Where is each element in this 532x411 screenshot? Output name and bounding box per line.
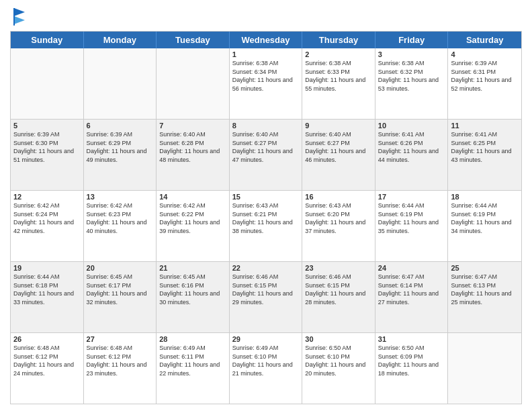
calendar-cell: 30Sunrise: 6:50 AM Sunset: 6:10 PM Dayli… xyxy=(302,333,375,404)
calendar-cell: 18Sunrise: 6:44 AM Sunset: 6:19 PM Dayli… xyxy=(448,191,521,261)
cell-info: Sunrise: 6:43 AM Sunset: 6:21 PM Dayligh… xyxy=(232,201,300,235)
cell-info: Sunrise: 6:42 AM Sunset: 6:23 PM Dayligh… xyxy=(87,201,154,235)
cell-info: Sunrise: 6:44 AM Sunset: 6:19 PM Dayligh… xyxy=(378,201,445,235)
calendar: SundayMondayTuesdayWednesdayThursdayFrid… xyxy=(10,31,522,404)
cell-info: Sunrise: 6:50 AM Sunset: 6:10 PM Dayligh… xyxy=(305,344,372,377)
header xyxy=(10,7,522,26)
day-number: 15 xyxy=(232,193,300,201)
cell-info: Sunrise: 6:38 AM Sunset: 6:34 PM Dayligh… xyxy=(232,59,300,93)
day-number: 8 xyxy=(232,122,300,130)
calendar-cell: 1Sunrise: 6:38 AM Sunset: 6:34 PM Daylig… xyxy=(230,48,303,119)
logo-flag-icon xyxy=(11,7,26,26)
calendar-cell: 22Sunrise: 6:46 AM Sunset: 6:15 PM Dayli… xyxy=(230,262,303,332)
calendar-header-cell: Tuesday xyxy=(157,32,230,48)
day-number: 3 xyxy=(378,50,445,58)
calendar-row: 19Sunrise: 6:44 AM Sunset: 6:18 PM Dayli… xyxy=(11,261,521,332)
cell-info: Sunrise: 6:41 AM Sunset: 6:26 PM Dayligh… xyxy=(378,130,445,164)
cell-info: Sunrise: 6:41 AM Sunset: 6:25 PM Dayligh… xyxy=(451,130,519,164)
day-number: 31 xyxy=(378,335,445,343)
day-number: 22 xyxy=(232,264,300,272)
calendar-cell xyxy=(448,333,521,404)
cell-info: Sunrise: 6:49 AM Sunset: 6:10 PM Dayligh… xyxy=(232,344,300,377)
cell-info: Sunrise: 6:39 AM Sunset: 6:30 PM Dayligh… xyxy=(13,130,81,164)
day-number: 24 xyxy=(378,264,445,272)
calendar-cell: 6Sunrise: 6:39 AM Sunset: 6:29 PM Daylig… xyxy=(84,120,157,190)
day-number: 26 xyxy=(13,335,81,343)
calendar-cell: 5Sunrise: 6:39 AM Sunset: 6:30 PM Daylig… xyxy=(11,120,84,190)
calendar-row: 26Sunrise: 6:48 AM Sunset: 6:12 PM Dayli… xyxy=(11,332,521,404)
calendar-cell: 8Sunrise: 6:40 AM Sunset: 6:27 PM Daylig… xyxy=(230,120,303,190)
calendar-cell: 17Sunrise: 6:44 AM Sunset: 6:19 PM Dayli… xyxy=(375,191,449,261)
cell-info: Sunrise: 6:46 AM Sunset: 6:15 PM Dayligh… xyxy=(232,273,300,306)
cell-info: Sunrise: 6:46 AM Sunset: 6:15 PM Dayligh… xyxy=(305,273,372,306)
calendar-cell: 21Sunrise: 6:45 AM Sunset: 6:16 PM Dayli… xyxy=(157,262,230,332)
day-number: 19 xyxy=(13,264,81,272)
cell-info: Sunrise: 6:47 AM Sunset: 6:14 PM Dayligh… xyxy=(378,273,445,306)
calendar-header-cell: Monday xyxy=(84,32,157,48)
calendar-cell: 29Sunrise: 6:49 AM Sunset: 6:10 PM Dayli… xyxy=(230,333,303,404)
calendar-cell xyxy=(157,48,230,119)
day-number: 30 xyxy=(305,335,372,343)
calendar-cell xyxy=(11,48,84,119)
day-number: 25 xyxy=(451,264,519,272)
cell-info: Sunrise: 6:47 AM Sunset: 6:13 PM Dayligh… xyxy=(451,273,519,306)
calendar-cell: 9Sunrise: 6:40 AM Sunset: 6:27 PM Daylig… xyxy=(302,120,375,190)
calendar-cell: 31Sunrise: 6:50 AM Sunset: 6:09 PM Dayli… xyxy=(375,333,449,404)
day-number: 18 xyxy=(451,193,519,201)
day-number: 5 xyxy=(13,122,81,130)
cell-info: Sunrise: 6:38 AM Sunset: 6:33 PM Dayligh… xyxy=(305,59,372,93)
day-number: 2 xyxy=(305,50,372,58)
calendar-cell: 24Sunrise: 6:47 AM Sunset: 6:14 PM Dayli… xyxy=(375,262,449,332)
cell-info: Sunrise: 6:39 AM Sunset: 6:31 PM Dayligh… xyxy=(451,59,519,93)
cell-info: Sunrise: 6:40 AM Sunset: 6:28 PM Dayligh… xyxy=(159,130,226,164)
calendar-header-cell: Thursday xyxy=(302,32,375,48)
day-number: 27 xyxy=(87,335,154,343)
calendar-cell: 20Sunrise: 6:45 AM Sunset: 6:17 PM Dayli… xyxy=(84,262,157,332)
cell-info: Sunrise: 6:40 AM Sunset: 6:27 PM Dayligh… xyxy=(232,130,300,164)
day-number: 23 xyxy=(305,264,372,272)
cell-info: Sunrise: 6:38 AM Sunset: 6:32 PM Dayligh… xyxy=(378,59,445,93)
cell-info: Sunrise: 6:42 AM Sunset: 6:24 PM Dayligh… xyxy=(13,201,81,235)
day-number: 10 xyxy=(378,122,445,130)
page: SundayMondayTuesdayWednesdayThursdayFrid… xyxy=(0,0,532,411)
day-number: 4 xyxy=(451,50,519,58)
calendar-cell: 4Sunrise: 6:39 AM Sunset: 6:31 PM Daylig… xyxy=(448,48,521,119)
calendar-cell: 27Sunrise: 6:48 AM Sunset: 6:12 PM Dayli… xyxy=(84,333,157,404)
calendar-cell: 11Sunrise: 6:41 AM Sunset: 6:25 PM Dayli… xyxy=(448,120,521,190)
day-number: 12 xyxy=(13,193,81,201)
calendar-cell: 19Sunrise: 6:44 AM Sunset: 6:18 PM Dayli… xyxy=(11,262,84,332)
calendar-cell xyxy=(84,48,157,119)
calendar-row: 12Sunrise: 6:42 AM Sunset: 6:24 PM Dayli… xyxy=(11,190,521,261)
calendar-cell: 28Sunrise: 6:49 AM Sunset: 6:11 PM Dayli… xyxy=(157,333,230,404)
svg-marker-0 xyxy=(14,8,25,16)
calendar-cell: 3Sunrise: 6:38 AM Sunset: 6:32 PM Daylig… xyxy=(375,48,449,119)
calendar-cell: 25Sunrise: 6:47 AM Sunset: 6:13 PM Dayli… xyxy=(448,262,521,332)
cell-info: Sunrise: 6:44 AM Sunset: 6:19 PM Dayligh… xyxy=(451,201,519,235)
cell-info: Sunrise: 6:43 AM Sunset: 6:20 PM Dayligh… xyxy=(305,201,372,235)
day-number: 6 xyxy=(87,122,154,130)
calendar-cell: 2Sunrise: 6:38 AM Sunset: 6:33 PM Daylig… xyxy=(302,48,375,119)
day-number: 20 xyxy=(87,264,154,272)
calendar-cell: 26Sunrise: 6:48 AM Sunset: 6:12 PM Dayli… xyxy=(11,333,84,404)
day-number: 13 xyxy=(87,193,154,201)
cell-info: Sunrise: 6:48 AM Sunset: 6:12 PM Dayligh… xyxy=(13,344,81,377)
calendar-body: 1Sunrise: 6:38 AM Sunset: 6:34 PM Daylig… xyxy=(11,48,521,404)
calendar-cell: 7Sunrise: 6:40 AM Sunset: 6:28 PM Daylig… xyxy=(157,120,230,190)
calendar-cell: 14Sunrise: 6:42 AM Sunset: 6:22 PM Dayli… xyxy=(157,191,230,261)
calendar-cell: 10Sunrise: 6:41 AM Sunset: 6:26 PM Dayli… xyxy=(375,120,449,190)
svg-marker-1 xyxy=(14,16,25,24)
day-number: 9 xyxy=(305,122,372,130)
day-number: 28 xyxy=(159,335,226,343)
calendar-row: 1Sunrise: 6:38 AM Sunset: 6:34 PM Daylig… xyxy=(11,48,521,119)
day-number: 11 xyxy=(451,122,519,130)
calendar-row: 5Sunrise: 6:39 AM Sunset: 6:30 PM Daylig… xyxy=(11,119,521,190)
day-number: 14 xyxy=(159,193,226,201)
calendar-header-cell: Sunday xyxy=(11,32,84,48)
cell-info: Sunrise: 6:44 AM Sunset: 6:18 PM Dayligh… xyxy=(13,273,81,306)
day-number: 16 xyxy=(305,193,372,201)
cell-info: Sunrise: 6:50 AM Sunset: 6:09 PM Dayligh… xyxy=(378,344,445,377)
day-number: 1 xyxy=(232,50,300,58)
logo xyxy=(10,7,26,26)
cell-info: Sunrise: 6:48 AM Sunset: 6:12 PM Dayligh… xyxy=(87,344,154,377)
calendar-header-cell: Saturday xyxy=(448,32,521,48)
